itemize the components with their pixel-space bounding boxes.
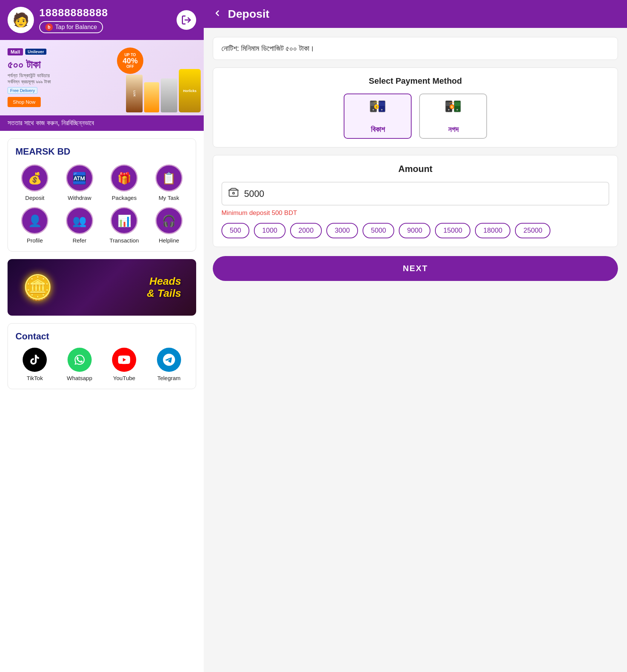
main-section: MEARSK BD 💰 Deposit 🏧 Withdraw 🎁 Package… — [0, 131, 204, 672]
amount-input[interactable] — [244, 189, 602, 199]
deposit-label: Deposit — [25, 195, 45, 201]
balance-button[interactable]: b Tap for Balance — [39, 21, 103, 33]
banner-subtitle: পর্যন্ত ডিস্কাউন্ট ভাউচার — [8, 72, 196, 79]
chip-1000[interactable]: 1000 — [254, 223, 286, 238]
contact-whatsapp[interactable]: Whatsapp — [60, 348, 99, 381]
back-button[interactable] — [213, 9, 222, 20]
menu-title: MEARSK BD — [15, 146, 188, 157]
discount-pct: 40% — [123, 57, 138, 64]
app-header: 🧑 18888888888 b Tap for Balance — [0, 0, 204, 40]
free-delivery-badge: Free Delivery — [8, 87, 37, 94]
payment-method-title: Select Payment Method — [221, 76, 609, 86]
refer-label: Refer — [72, 237, 86, 244]
menu-item-mytask[interactable]: 📋 My Task — [150, 164, 189, 201]
deposit-header: Deposit — [204, 0, 627, 28]
telegram-icon — [157, 348, 181, 372]
payment-bkash[interactable]: $ বিকাশ — [344, 94, 412, 139]
helpline-icon: 🎧 — [155, 207, 183, 234]
banner-title: ৫০০ টাকা — [8, 58, 196, 71]
chip-18000[interactable]: 18000 — [475, 223, 510, 238]
promo-banner: Mall Unilever ৫০০ টাকা পর্যন্ত ডিস্কাউন্… — [0, 40, 204, 115]
chip-9000[interactable]: 9000 — [399, 223, 430, 238]
svg-point-6 — [381, 109, 383, 110]
deposit-title: Deposit — [228, 8, 269, 20]
amount-box: Amount Minimum deposit 500 BDT 500 1000 … — [213, 155, 618, 247]
profile-label: Profile — [27, 237, 43, 244]
menu-item-withdraw[interactable]: 🏧 Withdraw — [60, 164, 99, 201]
mytask-label: My Task — [158, 195, 179, 201]
youtube-icon — [112, 348, 136, 372]
balance-label: Tap for Balance — [55, 24, 97, 31]
notice-text: নোটিশ: মিনিমাম ডিপোজিট ৫০০ টাকা। — [221, 44, 314, 52]
svg-point-3 — [373, 109, 374, 110]
amount-input-row — [221, 182, 609, 206]
menu-item-refer[interactable]: 👥 Refer — [60, 207, 99, 244]
phone-number: 18888888888 — [39, 7, 108, 19]
notice-box: নোটিশ: মিনিমাম ডিপোজিট ৫০০ টাকা। — [213, 37, 618, 60]
chip-25000[interactable]: 25000 — [515, 223, 550, 238]
game-title-line1: Heads — [147, 275, 181, 287]
svg-point-14 — [456, 109, 458, 110]
chip-3000[interactable]: 3000 — [326, 223, 358, 238]
svg-rect-17 — [229, 190, 238, 196]
deposit-content: নোটিশ: মিনিমাম ডিপোজিট ৫০০ টাকা। Select … — [204, 28, 627, 672]
menu-item-deposit[interactable]: 💰 Deposit — [15, 164, 54, 201]
left-panel: 🧑 18888888888 b Tap for Balance Mall Uni… — [0, 0, 204, 672]
bkash-label: বিকাশ — [371, 125, 385, 134]
unilever-logo: Unilever — [25, 49, 46, 55]
amount-title: Amount — [221, 164, 609, 174]
nagad-label: নগদ — [448, 125, 458, 134]
header-info: 18888888888 b Tap for Balance — [39, 7, 108, 33]
payment-method-box: Select Payment Method $ — [213, 68, 618, 147]
discount-off: OFF — [126, 64, 134, 69]
contact-grid: TikTok Whatsapp — [15, 348, 188, 381]
bkash-icon: $ — [368, 99, 387, 121]
chip-5000[interactable]: 5000 — [363, 223, 394, 238]
svg-text:$: $ — [451, 105, 453, 108]
menu-item-transaction[interactable]: 📊 Transaction — [105, 207, 144, 244]
marquee-bar: সততার সাথে কাজ করুন, নিরবিচ্ছিন্নভাবে — [0, 115, 204, 131]
contact-card: Contact TikTok — [8, 323, 196, 389]
packages-icon: 🎁 — [111, 164, 138, 192]
withdraw-icon: 🏧 — [66, 164, 93, 192]
contact-tiktok[interactable]: TikTok — [15, 348, 54, 381]
svg-rect-5 — [379, 102, 385, 106]
chip-2000[interactable]: 2000 — [290, 223, 322, 238]
next-button[interactable]: NEXT — [213, 256, 618, 281]
svg-text:$: $ — [376, 105, 377, 108]
min-deposit-notice: Minimum deposit 500 BDT — [221, 209, 609, 217]
chip-15000[interactable]: 15000 — [435, 223, 470, 238]
menu-item-profile[interactable]: 👤 Profile — [15, 207, 54, 244]
avatar: 🧑 — [8, 7, 34, 33]
deposit-icon: 💰 — [21, 164, 48, 192]
menu-item-helpline[interactable]: 🎧 Helpline — [150, 207, 189, 244]
transaction-label: Transaction — [109, 237, 139, 244]
contact-youtube[interactable]: YouTube — [105, 348, 144, 381]
shop-now-button[interactable]: Shop Now — [8, 97, 41, 107]
menu-item-packages[interactable]: 🎁 Packages — [105, 164, 144, 201]
logout-button[interactable] — [177, 10, 196, 30]
whatsapp-label: Whatsapp — [67, 375, 92, 381]
game-coin-icon: 🪙 — [23, 273, 53, 302]
nagad-icon: $ — [444, 99, 463, 121]
chip-500[interactable]: 500 — [221, 223, 249, 238]
header-left: 🧑 18888888888 b Tap for Balance — [8, 7, 108, 33]
helpline-label: Helpline — [159, 237, 179, 244]
mall-label: Mall — [8, 48, 23, 55]
payment-nagad[interactable]: $ নগদ — [419, 94, 487, 139]
contact-title: Contact — [15, 331, 188, 342]
svg-point-11 — [448, 109, 450, 110]
banner-price: সর্বনিম্ন ক্রয়মূল্য ৯৯৯ টাকা — [8, 79, 196, 85]
tiktok-label: TikTok — [27, 375, 43, 381]
right-panel: Deposit নোটিশ: মিনিমাম ডিপোজিট ৫০০ টাকা।… — [204, 0, 627, 672]
game-banner[interactable]: 🪙 Heads & Tails — [8, 259, 196, 316]
banner-content: Mall Unilever ৫০০ টাকা পর্যন্ত ডিস্কাউন্… — [0, 42, 204, 114]
youtube-label: YouTube — [113, 375, 135, 381]
whatsapp-icon — [68, 348, 92, 372]
telegram-label: Telegram — [157, 375, 181, 381]
game-title-line2: & Tails — [147, 287, 181, 299]
amount-icon — [228, 187, 239, 200]
contact-telegram[interactable]: Telegram — [150, 348, 189, 381]
amount-chips: 500 1000 2000 3000 5000 9000 15000 18000… — [221, 223, 609, 238]
b-icon: b — [45, 23, 53, 31]
